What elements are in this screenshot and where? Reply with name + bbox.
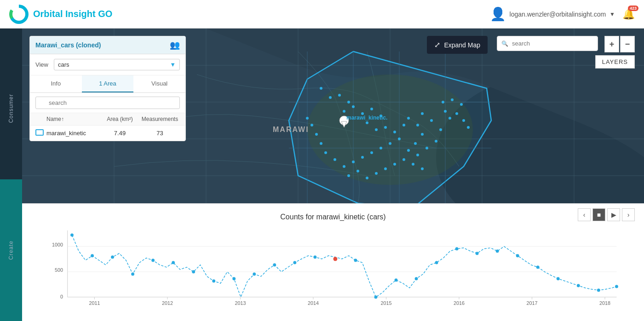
notification-badge: 423 xyxy=(628,6,638,11)
svg-point-116 xyxy=(354,259,357,262)
svg-point-48 xyxy=(416,124,419,126)
svg-point-71 xyxy=(393,163,396,166)
svg-point-109 xyxy=(212,280,215,283)
row-measurements: 73 xyxy=(140,130,180,137)
chart-prev-button[interactable]: ‹ xyxy=(578,208,591,221)
table-row[interactable]: marawi_kinetic 7.49 73 xyxy=(30,126,185,141)
view-row: View cars ▼ xyxy=(30,54,185,75)
svg-text:2012: 2012 xyxy=(162,300,173,306)
layers-button[interactable]: LAYERS xyxy=(595,55,635,69)
row-area: 7.49 xyxy=(100,130,140,137)
svg-point-27 xyxy=(370,108,373,110)
svg-point-47 xyxy=(407,117,410,120)
svg-point-110 xyxy=(232,277,236,281)
col-area: Area (km²) xyxy=(100,116,140,122)
tab-info[interactable]: Info xyxy=(30,75,82,92)
panel-search-input[interactable] xyxy=(35,97,180,109)
svg-point-58 xyxy=(444,110,447,113)
svg-point-42 xyxy=(324,151,327,154)
notification-bell[interactable]: 🔔 423 xyxy=(622,8,635,20)
expand-map-button[interactable]: ⤢ Expand Map xyxy=(427,36,488,54)
svg-point-70 xyxy=(384,167,387,170)
svg-point-30 xyxy=(375,128,378,131)
svg-point-104 xyxy=(111,256,114,259)
map-search-input[interactable] xyxy=(497,36,598,51)
svg-point-44 xyxy=(315,133,318,136)
svg-point-119 xyxy=(415,277,418,281)
svg-point-106 xyxy=(151,259,155,262)
col-measurements: Measurements xyxy=(140,116,180,122)
svg-point-59 xyxy=(448,117,451,120)
svg-point-13 xyxy=(307,75,473,185)
svg-point-46 xyxy=(306,117,309,120)
svg-point-45 xyxy=(310,124,313,126)
svg-point-57 xyxy=(421,112,424,115)
svg-point-128 xyxy=(597,289,600,292)
svg-point-24 xyxy=(343,110,345,113)
svg-point-69 xyxy=(375,172,378,175)
svg-point-52 xyxy=(416,154,419,156)
svg-point-102 xyxy=(70,234,74,237)
svg-point-113 xyxy=(293,261,296,264)
map-city-label: MARAWI xyxy=(273,126,309,133)
view-dropdown[interactable]: cars ▼ xyxy=(54,59,180,70)
svg-point-56 xyxy=(430,119,433,122)
zoom-in-button[interactable]: + xyxy=(604,36,619,52)
svg-point-38 xyxy=(361,156,364,159)
svg-point-62 xyxy=(460,103,463,106)
panel-search: 🔍 xyxy=(30,93,185,113)
svg-point-114 xyxy=(313,256,316,259)
svg-point-72 xyxy=(402,158,405,161)
chart-stop-button[interactable]: ■ xyxy=(592,208,605,221)
sidebar-item-consumer[interactable]: Consumer xyxy=(0,38,22,179)
svg-text:500: 500 xyxy=(55,267,63,273)
svg-point-50 xyxy=(414,142,417,145)
svg-point-111 xyxy=(253,273,256,276)
svg-point-25 xyxy=(352,105,355,108)
svg-point-67 xyxy=(347,174,350,177)
svg-point-112 xyxy=(273,264,276,267)
sidebar-create-label: Create xyxy=(4,233,18,267)
user-info[interactable]: 👤 logan.wenzler@orbitalinsight.com ▼ xyxy=(490,6,615,22)
map-panel: Marawi_cars (cloned) 👥 View cars ▼ Info … xyxy=(29,36,186,141)
chart-play-button[interactable]: ▶ xyxy=(607,208,620,221)
app-logo xyxy=(9,5,29,24)
zoom-out-button[interactable]: − xyxy=(620,36,635,52)
svg-point-129 xyxy=(615,285,618,288)
svg-point-41 xyxy=(334,158,336,161)
svg-point-36 xyxy=(380,147,382,149)
share-button[interactable]: 👥 xyxy=(170,40,180,50)
svg-point-22 xyxy=(338,94,341,97)
svg-point-60 xyxy=(442,101,444,103)
chart-next-button[interactable]: › xyxy=(622,208,635,221)
map-area-label: marawi_kinetic. xyxy=(346,115,387,121)
panel-header: Marawi_cars (cloned) 👥 xyxy=(30,36,185,54)
user-avatar-icon: 👤 xyxy=(490,6,506,22)
svg-point-43 xyxy=(320,142,322,145)
sidebar-item-create[interactable]: Create xyxy=(0,179,22,321)
svg-point-23 xyxy=(347,101,350,103)
panel-title: Marawi_cars (cloned) xyxy=(35,41,101,49)
svg-point-120 xyxy=(435,261,438,264)
tab-visual[interactable]: Visual xyxy=(133,75,185,92)
map-search-wrapper: 🔍 xyxy=(497,36,598,51)
svg-point-63 xyxy=(455,112,458,115)
svg-point-49 xyxy=(421,133,424,136)
dropdown-chevron-icon: ▼ xyxy=(170,61,176,68)
chart-svg: 0 500 1000 2011 2012 2013 2014 2015 2016… xyxy=(40,226,626,309)
view-label: View xyxy=(35,61,48,68)
svg-point-103 xyxy=(91,254,94,258)
user-email: logan.wenzler@orbitalinsight.com xyxy=(510,11,606,18)
chart-title: Counts for marawi_kinetic (cars) xyxy=(40,213,626,221)
svg-point-55 xyxy=(439,128,442,131)
svg-point-20 xyxy=(320,87,322,90)
svg-text:2014: 2014 xyxy=(308,300,319,306)
svg-point-124 xyxy=(516,254,519,258)
area-icon xyxy=(35,129,44,136)
svg-point-68 xyxy=(366,177,368,179)
app-title: Orbital Insight GO xyxy=(33,9,112,19)
tab-area[interactable]: 1 Area xyxy=(82,75,134,92)
svg-text:1000: 1000 xyxy=(52,242,63,247)
svg-point-54 xyxy=(435,140,437,143)
svg-text:2011: 2011 xyxy=(89,300,100,306)
